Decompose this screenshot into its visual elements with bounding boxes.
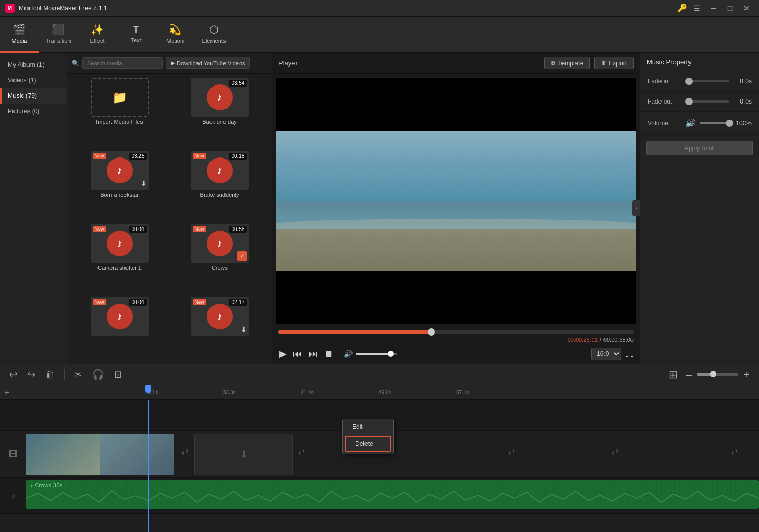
zoom-out-button[interactable]: –	[683, 368, 695, 382]
layout-button[interactable]: ⊞	[666, 367, 681, 382]
audio-track-content[interactable]: ♪ Crows 33s	[26, 478, 759, 514]
volume-thumb	[388, 351, 394, 357]
clip-transition-5[interactable]: ⇄	[612, 447, 619, 456]
props-panel-toggle[interactable]: ›	[632, 200, 640, 216]
media-name: Crows	[212, 265, 228, 271]
context-edit[interactable]: Edit	[343, 419, 393, 435]
sidebar-item-pictures[interactable]: Pictures (0)	[0, 104, 67, 119]
volume-slider[interactable]	[356, 353, 397, 355]
tl-placeholder-1[interactable]: ⬇	[194, 434, 293, 475]
video-clip[interactable]	[26, 434, 174, 475]
close-button[interactable]: ✕	[739, 3, 754, 13]
timeline-add-button[interactable]: +	[4, 387, 10, 398]
context-delete-button[interactable]: Delete	[345, 436, 391, 452]
media-duration: 00:18	[229, 153, 246, 160]
clip-transition-2[interactable]: ⇄	[298, 447, 305, 456]
apply-all-button[interactable]: Apply to all	[646, 141, 753, 155]
menu-button[interactable]: ☰	[690, 3, 704, 13]
list-item[interactable]: ♪ 00:01 New	[72, 297, 167, 360]
tl-audio-track: ♪ ♪ Crows 33s	[0, 478, 759, 514]
video-track-icon: 🎞	[0, 450, 26, 459]
zoom-slider[interactable]	[697, 373, 738, 376]
ruler-mark: 49.6s	[378, 390, 391, 395]
media-thumb: ♪ 00:58 New ✓	[191, 224, 249, 263]
bottom-toolbar: ↩ ↪ 🗑 ✂ 🎧 ⊡ ⊞ – +	[0, 364, 759, 385]
volume-label: Volume	[648, 120, 681, 127]
import-label: Import Media Files	[96, 119, 143, 125]
undo-button[interactable]: ↩	[6, 367, 20, 382]
list-item[interactable]: ♪ 03:25 New ⬇ Born a rockstar	[72, 151, 167, 220]
cut-button[interactable]: ✂	[71, 367, 85, 382]
props-vol-thumb	[726, 120, 733, 127]
stop-button[interactable]: ⏹	[323, 348, 334, 361]
fade-out-thumb	[685, 98, 693, 105]
fade-in-row: Fade in 0.0s	[640, 71, 759, 92]
transition-label: Transition	[46, 38, 71, 44]
new-badge: New	[193, 226, 206, 232]
toolbar-motion[interactable]: 💫 Motion	[156, 17, 194, 53]
props-volume-slider[interactable]	[700, 122, 729, 124]
media-duration: 03:25	[129, 153, 146, 160]
fullscreen-button[interactable]: ⛶	[625, 349, 634, 358]
main-area: My Album (1) Videos (1) Music (79) Pictu…	[0, 53, 759, 364]
media-thumb: ♪ 00:01 New	[91, 297, 149, 336]
media-search-bar: 🔍 ▶ Download YouTube Videos	[67, 53, 272, 74]
text-label: Text	[131, 37, 141, 44]
download-icon: ⬇	[140, 179, 147, 188]
audio-clip[interactable]: ♪ Crows 33s	[26, 480, 759, 509]
player-progress[interactable]	[272, 328, 640, 336]
aspect-ratio-select[interactable]: 16:9 9:16 1:1 4:3	[591, 348, 621, 360]
clip-transition-6[interactable]: ⇄	[731, 447, 738, 456]
maximize-button[interactable]: □	[723, 3, 737, 13]
elements-label: Elements	[202, 38, 226, 44]
import-icon: 📁	[112, 90, 128, 105]
import-box[interactable]: 📁	[91, 78, 149, 117]
audio-button[interactable]: 🎧	[89, 367, 107, 382]
toolbar-text[interactable]: T Text	[117, 17, 156, 53]
media-thumb: ♪ 03:25 New ⬇	[91, 151, 149, 190]
toolbar-elements[interactable]: ⬡ Elements	[194, 17, 233, 53]
fade-out-slider[interactable]	[685, 100, 729, 103]
media-duration: 03:54	[229, 80, 246, 87]
window-controls: 🔑 ☰ ─ □ ✕	[677, 3, 754, 13]
media-duration: 00:01	[129, 299, 146, 306]
progress-bar[interactable]	[278, 330, 634, 334]
clip-transition-1[interactable]: ⇄	[181, 447, 188, 456]
zoom-in-button[interactable]: +	[740, 368, 753, 382]
title-bar: M MiniTool MovieMaker Free 7.1.1 🔑 ☰ ─ □…	[0, 0, 759, 17]
zoom-controls: ⊞ – +	[666, 367, 753, 382]
player-header: Player ⧉ Template ⬆ Export	[272, 53, 640, 74]
toolbar-effect[interactable]: ✨ Effect	[78, 17, 117, 53]
list-item[interactable]: ♪ 00:58 New ✓ Crows	[172, 224, 268, 293]
yt-download-button[interactable]: ▶ Download YouTube Videos	[166, 57, 250, 69]
volume-icon[interactable]: 🔊	[343, 349, 354, 359]
redo-button[interactable]: ↪	[24, 367, 38, 382]
export-icon: ⬆	[601, 60, 606, 67]
volume-value: 100%	[734, 120, 752, 127]
next-button[interactable]: ⏭	[307, 348, 319, 361]
media-name: Brake suddenly	[200, 192, 240, 198]
sidebar-item-music[interactable]: Music (79)	[0, 88, 67, 104]
clip-transition-4[interactable]: ⇄	[508, 447, 515, 456]
prev-button[interactable]: ⏮	[292, 348, 303, 361]
music-disc-icon: ♪	[107, 304, 133, 329]
template-button[interactable]: ⧉ Template	[544, 57, 591, 69]
play-button[interactable]: ▶	[278, 347, 288, 361]
toolbar-transition[interactable]: ⬛ Transition	[39, 17, 78, 53]
list-item[interactable]: ♪ 00:18 New Brake suddenly	[172, 151, 268, 220]
player-title: Player	[278, 59, 298, 67]
list-item[interactable]: ♪ 03:54 Back one day	[172, 78, 268, 147]
toolbar-media[interactable]: 🎬 Media	[0, 17, 39, 53]
import-media-item[interactable]: 📁 Import Media Files	[72, 78, 167, 147]
volume-row: Volume 🔊 100%	[640, 112, 759, 135]
minimize-button[interactable]: ─	[706, 3, 721, 13]
crop-button[interactable]: ⊡	[111, 367, 125, 382]
export-button[interactable]: ⬆ Export	[594, 57, 634, 69]
delete-button[interactable]: 🗑	[43, 367, 58, 382]
list-item[interactable]: ♪ 02:17 New ⬇	[172, 297, 268, 360]
search-input[interactable]	[82, 57, 163, 69]
sidebar-item-my-album[interactable]: My Album (1)	[0, 57, 67, 73]
sidebar-item-videos[interactable]: Videos (1)	[0, 73, 67, 88]
fade-in-slider[interactable]	[685, 80, 729, 82]
list-item[interactable]: ♪ 00:01 New Camera shutter 1	[72, 224, 167, 293]
